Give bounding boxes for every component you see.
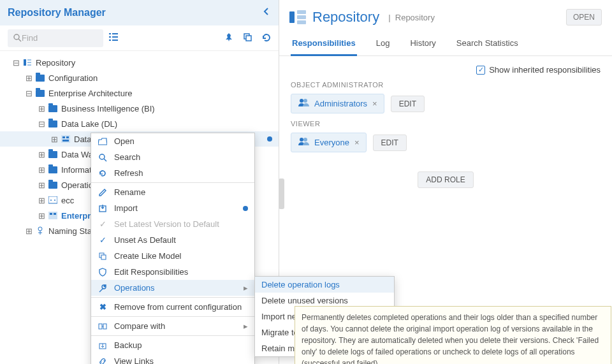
svg-rect-16 xyxy=(66,136,69,138)
menu-backup[interactable]: Backup xyxy=(91,337,254,353)
expand-toggle-icon[interactable]: ⊞ xyxy=(24,226,33,236)
tree-item-label: Data Lake (DL) xyxy=(61,119,117,129)
svg-rect-3 xyxy=(112,33,118,34)
collapse-toggle-icon[interactable]: ⊟ xyxy=(24,89,33,98)
menu-open[interactable]: Open xyxy=(91,133,254,149)
submenu-delete-operation-logs[interactable]: Delete operation logs xyxy=(255,277,394,293)
remove-chip-icon[interactable]: × xyxy=(354,138,360,147)
details-body: ✓ Show inherited responsibilities OBJECT… xyxy=(279,56,612,197)
tree-item-bi[interactable]: ⊞ Business Intelligence (BI) xyxy=(0,101,279,116)
menu-item-label: Create Like Model xyxy=(114,251,182,261)
tab-search-statistics[interactable]: Search Statistics xyxy=(455,32,520,55)
expand-toggle-icon[interactable]: ⊞ xyxy=(24,73,33,83)
svg-rect-17 xyxy=(62,140,69,142)
model-icon xyxy=(47,212,59,219)
list-view-icon[interactable] xyxy=(108,32,119,45)
pin-icon[interactable] xyxy=(224,33,234,44)
edit-viewer-button[interactable]: EDIT xyxy=(373,135,407,151)
svg-point-26 xyxy=(303,99,307,103)
collapse-panel-button[interactable] xyxy=(262,7,271,18)
chevron-right-icon: ▸ xyxy=(244,321,248,331)
remove-icon: ✖ xyxy=(98,302,108,312)
folder-icon xyxy=(47,166,59,173)
tab-responsibilities[interactable]: Responsibilities xyxy=(291,32,357,56)
edit-admin-button[interactable]: EDIT xyxy=(391,96,425,112)
open-button[interactable]: OPEN xyxy=(566,9,602,25)
svg-point-0 xyxy=(14,34,19,40)
menu-unset-default[interactable]: ✓ Unset As Default xyxy=(91,232,254,248)
expand-toggle-icon[interactable]: ⊞ xyxy=(37,180,46,190)
search-icon xyxy=(13,33,22,43)
svg-rect-9 xyxy=(246,36,251,41)
svg-rect-13 xyxy=(27,64,31,66)
tree-item-enterprise-architecture[interactable]: ⊟ Enterprise Architecture xyxy=(0,85,279,101)
menu-search[interactable]: Search xyxy=(91,149,254,165)
import-icon xyxy=(98,204,108,213)
pencil-icon xyxy=(98,188,108,197)
collapse-toggle-icon[interactable]: ⊟ xyxy=(37,119,46,129)
search-input[interactable] xyxy=(22,33,98,43)
menu-separator xyxy=(91,316,254,317)
search-box[interactable] xyxy=(8,29,103,47)
svg-rect-6 xyxy=(109,40,111,41)
menu-remove-from-config[interactable]: ✖ Remove from current configuration xyxy=(91,299,254,315)
remove-chip-icon[interactable]: × xyxy=(372,99,377,108)
show-inherited-label: Show inherited responsibilities xyxy=(489,65,601,75)
menu-view-links[interactable]: View Links xyxy=(91,353,254,364)
role-row-admin: Administrators × EDIT xyxy=(291,94,601,113)
expand-toggle-icon[interactable]: ⊞ xyxy=(37,104,46,113)
tree-root[interactable]: ⊟ Repository xyxy=(0,55,279,70)
checkbox-checked-icon[interactable]: ✓ xyxy=(476,66,485,75)
chevron-right-icon: ▸ xyxy=(244,283,248,293)
svg-point-19 xyxy=(50,200,52,201)
menu-compare[interactable]: Compare with ▸ xyxy=(91,318,254,334)
copy-icon[interactable] xyxy=(243,33,252,44)
show-inherited-row[interactable]: ✓ Show inherited responsibilities xyxy=(291,65,601,75)
expand-toggle-icon[interactable]: ⊞ xyxy=(37,211,46,221)
svg-point-27 xyxy=(300,138,303,142)
folder-icon xyxy=(47,182,59,189)
tree-item-label: Configuration xyxy=(48,73,98,83)
details-subtitle: | Repository xyxy=(388,13,435,22)
chip-administrators[interactable]: Administrators × xyxy=(291,94,384,113)
menu-item-label: Backup xyxy=(114,340,142,350)
svg-rect-10 xyxy=(24,59,26,66)
menu-item-label: View Links xyxy=(114,356,154,364)
menu-edit-responsibilities[interactable]: Edit Responsibilities xyxy=(91,264,254,280)
menu-item-label: Import xyxy=(114,203,138,213)
menu-rename[interactable]: Rename xyxy=(91,184,254,200)
compare-icon xyxy=(98,322,108,331)
tree-item-label: ecc xyxy=(61,196,74,205)
menu-refresh[interactable]: Refresh xyxy=(91,165,254,181)
menu-operations[interactable]: Operations ▸ xyxy=(91,280,254,296)
svg-rect-22 xyxy=(50,213,52,215)
chip-label: Administrators xyxy=(314,99,367,108)
splitter-handle[interactable] xyxy=(279,178,284,209)
chip-everyone[interactable]: Everyone × xyxy=(291,133,367,152)
menu-separator xyxy=(91,335,254,336)
tree-item-configuration[interactable]: ⊞ Configuration xyxy=(0,70,279,85)
menu-create-like[interactable]: Create Like Model xyxy=(91,248,254,264)
menu-item-label: Set Latest Version to Default xyxy=(114,219,219,229)
add-role-button[interactable]: ADD ROLE xyxy=(418,171,473,188)
expand-toggle-icon[interactable]: ⊞ xyxy=(37,150,46,159)
svg-rect-7 xyxy=(112,40,118,41)
folder-outline-icon xyxy=(47,196,59,204)
expand-toggle-icon[interactable]: ⊞ xyxy=(37,196,46,205)
tab-log[interactable]: Log xyxy=(375,32,391,55)
svg-point-28 xyxy=(303,138,307,142)
menu-item-label: Compare with xyxy=(114,321,165,331)
tab-history[interactable]: History xyxy=(409,32,437,55)
tree-item-label: Enterprise Architecture xyxy=(48,89,133,98)
expand-toggle-icon[interactable]: ⊞ xyxy=(37,165,46,175)
svg-rect-34 xyxy=(99,324,102,329)
svg-rect-23 xyxy=(54,213,56,215)
tree-item-data-lake[interactable]: ⊟ Data Lake (DL) xyxy=(0,116,279,131)
refresh-icon[interactable] xyxy=(261,33,271,44)
collapse-toggle-icon[interactable]: ⊟ xyxy=(11,58,20,68)
menu-import[interactable]: Import xyxy=(91,200,254,216)
role-row-viewer: Everyone × EDIT xyxy=(291,133,601,152)
context-menu[interactable]: Open Search Refresh Rename Import ✓ Set … xyxy=(91,133,255,364)
expand-toggle-icon[interactable]: ⊞ xyxy=(50,135,59,144)
svg-point-24 xyxy=(38,227,42,231)
